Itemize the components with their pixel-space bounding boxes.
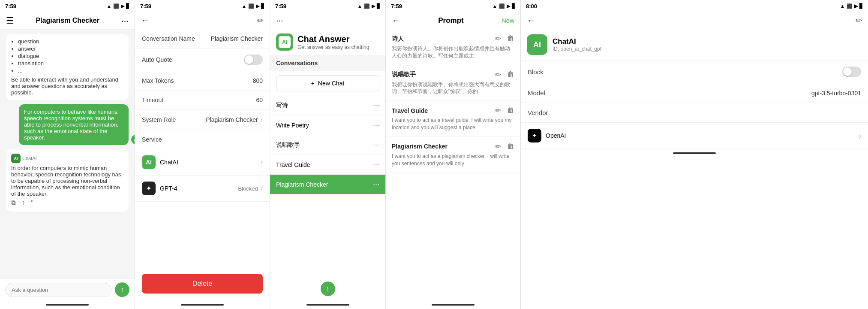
setting-auto-quote: Auto Quote [135, 48, 270, 71]
chatai-logo: AI [527, 34, 547, 55]
chatai-back-button[interactable]: ← [527, 15, 535, 25]
auto-quote-toggle[interactable] [244, 55, 263, 65]
conversations-list: 写诗 ··· Write Poetry ··· 说唱歌手 ··· Travel … [270, 96, 385, 194]
time-3: 7:59 [275, 3, 286, 9]
edit-prompt-icon-3[interactable]: ✏ [495, 142, 501, 151]
delete-prompt-icon-3[interactable]: 🗑 [507, 142, 514, 151]
convo-dots-icon-1[interactable]: ··· [373, 121, 379, 130]
home-indicator-5 [521, 149, 868, 158]
home-indicator-3 [270, 300, 385, 309]
setting-system-role[interactable]: System Role Plagiarism Checker › [135, 110, 270, 130]
chat-answer-title: Chat Answer [297, 34, 369, 44]
settings-list: Conversation Name Plagiarism Checker Aut… [135, 29, 270, 267]
user-message: For computers to behave like humans, spe… [6, 104, 129, 145]
plus-icon: + [311, 80, 315, 87]
block-toggle[interactable] [842, 67, 861, 77]
detail-block: Block [521, 61, 868, 83]
panel3-send-button[interactable]: ↑ [321, 282, 335, 296]
status-bar-5: 8:00 ▲ ⬛ ▶ ▊ [521, 0, 868, 12]
service-gpt4[interactable]: ✦ GPT-4 Blocked › [135, 176, 270, 202]
delete-prompt-icon-0[interactable]: 🗑 [507, 34, 514, 43]
model-value: gpt-3.5-turbo-0301 [811, 90, 861, 97]
status-bar-1: 7:59 ▲ ⬛ ▶ ▊ [0, 0, 135, 12]
status-icons-2: ▲ ⬛ ▶ ▊ [242, 3, 264, 9]
user-avatar: AI [131, 135, 135, 144]
chat-top-bar: ☰ Plagiarism Checker ··· [0, 12, 135, 30]
share-icon[interactable]: ↑ [22, 199, 25, 206]
panel-conversations: 7:59 ▲ ⬛ ▶ ▊ ··· AI Chat Answer Get answ… [270, 0, 386, 309]
chat-input[interactable] [5, 283, 111, 297]
convo-item-3[interactable]: Travel Guide ··· [270, 155, 385, 175]
delete-prompt-icon-2[interactable]: 🗑 [507, 106, 514, 115]
back-button[interactable]: ← [141, 15, 150, 25]
status-icons-5: ▲ ⬛ ▶ ▊ [840, 3, 863, 9]
home-indicator-1 [0, 300, 135, 309]
convo-item-1[interactable]: Write Poetry ··· [270, 115, 385, 135]
gpt4-service-icon: ✦ [142, 182, 156, 195]
service-header: Service [135, 130, 270, 149]
status-icons-4: ▲ ⬛ ▶ ▊ [493, 3, 515, 9]
chatai-edit-button[interactable]: ✏ [856, 16, 862, 25]
home-bar-3 [306, 304, 349, 306]
setting-conversation-name: Conversation Name Plagiarism Checker [135, 29, 270, 48]
convo-dots-icon-0[interactable]: ··· [373, 101, 379, 110]
chevron-right-icon: › [261, 116, 263, 124]
prompt-item-0: 诗人 ✏ 🗑 我要你扮演诗人。你将创作出能唤起情感并且有触动人心的力量的诗歌。写… [386, 29, 520, 65]
home-indicator-2 [135, 300, 270, 309]
new-chat-button[interactable]: + New Chat [276, 75, 379, 91]
more-dots-icon[interactable]: ··· [276, 15, 283, 25]
panel-chatai-detail: 8:00 ▲ ⬛ ▶ ▊ ← ✏ AI ChatAI ID: open_ai_c… [521, 0, 868, 309]
ai-avatar-icon: AI [11, 154, 21, 163]
system-desc: Be able to interact with you and underst… [11, 76, 123, 96]
chatai-id: ID: open_ai_chat_gpt [553, 46, 601, 52]
chatai-top-bar: ← ✏ [521, 12, 868, 29]
quote-icon[interactable]: " [31, 199, 33, 206]
hamburger-icon[interactable]: ☰ [6, 15, 14, 26]
status-icons-1: ▲ ⬛ ▶ ▊ [107, 3, 129, 9]
gpt4-chevron-icon: › [261, 185, 263, 192]
panel-settings: 7:59 ▲ ⬛ ▶ ▊ ← ✏ Conversation Name Plagi… [135, 0, 270, 309]
prompts-title: Prompt [438, 16, 464, 25]
edit-button[interactable]: ✏ [257, 16, 264, 25]
more-icon[interactable]: ··· [121, 16, 129, 26]
vendor-chevron-icon: › [859, 131, 861, 140]
delete-button[interactable]: Delete [142, 274, 263, 294]
convo-dots-icon-2[interactable]: ··· [373, 140, 379, 149]
convo-dots-icon-3[interactable]: ··· [373, 160, 379, 169]
convo-dots-icon-4[interactable]: ··· [373, 180, 379, 189]
detail-model: Model gpt-3.5-turbo-0301 [521, 83, 868, 103]
vendor-name: OpenAI [546, 132, 566, 139]
system-bubble: question answer dialogue translation ...… [6, 34, 129, 100]
status-bar-3: 7:59 ▲ ⬛ ▶ ▊ [270, 0, 385, 12]
bubble-actions: ⧉ ↑ " [11, 197, 123, 207]
time-4: 7:59 [391, 3, 402, 9]
setting-max-tokens: Max Tokens 800 [135, 71, 270, 91]
convo-item-4[interactable]: Plagiarism Checker ··· [270, 175, 385, 194]
convo-item-0[interactable]: 写诗 ··· [270, 96, 385, 115]
chat-answer-top-bar: ··· [270, 12, 385, 29]
ai-label: AI ChatAI [11, 154, 123, 163]
convo-item-2[interactable]: 说唱歌手 ··· [270, 135, 385, 155]
chat-input-bar: ↑ [0, 279, 135, 300]
chatai-header: AI ChatAI ID: open_ai_chat_gpt [521, 29, 868, 61]
edit-prompt-icon-0[interactable]: ✏ [495, 34, 501, 43]
chatai-chevron-icon: › [261, 158, 263, 166]
settings-top-bar: ← ✏ [135, 12, 270, 29]
send-button[interactable]: ↑ [115, 282, 129, 297]
edit-prompt-icon-2[interactable]: ✏ [495, 106, 501, 115]
ai-bubble-text: In order for computers to mimic human be… [11, 165, 123, 197]
panel-chat: 7:59 ▲ ⬛ ▶ ▊ ☰ Plagiarism Checker ··· qu… [0, 0, 135, 309]
delete-prompt-icon-1[interactable]: 🗑 [507, 70, 514, 79]
prompts-back-button[interactable]: ← [392, 15, 400, 25]
service-chatai[interactable]: AI ChatAI › [135, 149, 270, 176]
status-bar-4: 7:59 ▲ ⬛ ▶ ▊ [386, 0, 520, 12]
status-icons-3: ▲ ⬛ ▶ ▊ [357, 3, 380, 9]
detail-vendor-openai[interactable]: ✦ OpenAI › [521, 123, 868, 149]
conversations-header: Conversations [270, 55, 385, 71]
new-prompt-button[interactable]: New [502, 17, 514, 24]
time-1: 7:59 [5, 3, 16, 9]
copy-icon[interactable]: ⧉ [11, 199, 16, 206]
edit-prompt-icon-1[interactable]: ✏ [495, 70, 501, 79]
panel-prompts: 7:59 ▲ ⬛ ▶ ▊ ← Prompt New 诗人 ✏ 🗑 我要你扮演诗人… [386, 0, 521, 309]
user-bubble: For computers to behave like humans, spe… [19, 104, 129, 145]
